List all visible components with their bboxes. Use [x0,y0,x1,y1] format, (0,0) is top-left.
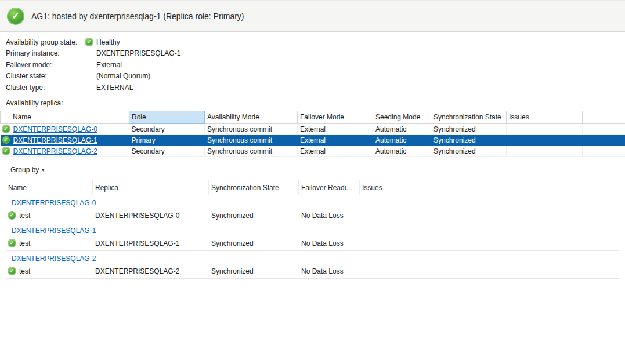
database-table-header-row: Name Replica Synchronization State Failo… [6,180,619,195]
summary-value: (Normal Quorum) [96,72,150,80]
window-bottom-edge [0,359,625,359]
column-header-availability-mode[interactable]: Availability Mode [205,111,298,123]
db-failover-readiness-cell: No Data Loss [299,210,360,221]
db-issues-cell [360,242,619,245]
replica-availability-mode-cell: Synchronous commit [205,135,298,146]
replica-availability-mode-cell: Synchronous commit [205,146,298,157]
replica-table: Name Role Availability Mode Failover Mod… [0,111,625,158]
summary-label: Failover mode: [6,61,85,69]
database-row[interactable]: test DXENTERPRISESQLAG-1 Synchronized No… [6,236,619,251]
database-name: test [19,267,30,275]
summary-row-primary-instance: Primary instance: DXENTERPRISESQLAG-1 [6,48,625,60]
column-header-issues[interactable]: Issues [507,111,583,123]
replica-sync-state-cell: Synchronized [431,135,507,146]
summary-row-cluster-state: Cluster state: (Normal Quorum) [6,71,625,82]
replica-failover-mode-cell: External [298,146,373,157]
database-health-icon [8,239,16,247]
replica-row-selected[interactable]: DXENTERPRISESQLAG-1 Primary Synchronous … [1,135,625,146]
replica-link[interactable]: DXENTERPRISESQLAG-2 [13,147,97,155]
replica-sync-state-cell: Synchronized [431,146,507,157]
database-row[interactable]: test DXENTERPRISESQLAG-0 Synchronized No… [6,208,619,223]
replica-issues-cell [507,146,583,157]
db-issues-cell [360,214,619,217]
summary-label: Cluster type: [6,83,85,92]
replica-failover-mode-cell: External [298,123,373,135]
db-replica-cell: DXENTERPRISESQLAG-2 [93,266,209,276]
summary-label: Availability group state: [6,38,85,46]
db-sync-state-cell: Synchronized [209,266,299,276]
replica-availability-mode-cell: Synchronous commit [205,123,298,135]
column-header-name[interactable]: Name [1,111,129,123]
column-header-filler [583,111,625,123]
column-header-seeding-mode[interactable]: Seeding Mode [373,111,431,123]
database-name: test [19,212,30,220]
replica-sync-state-cell: Synchronized [431,123,507,135]
replica-row[interactable]: DXENTERPRISESQLAG-2 Secondary Synchronou… [1,146,625,157]
summary-label: Cluster state: [6,72,85,80]
replica-issues-cell [507,135,583,146]
column-header-failover-mode[interactable]: Failover Mode [298,111,373,123]
db-replica-cell: DXENTERPRISESQLAG-1 [93,238,209,249]
database-group-header: DXENTERPRISESQLAG-1 [6,223,619,236]
column-header-synchronization-state[interactable]: Synchronization State [431,111,507,123]
replica-failover-mode-cell: External [298,135,373,146]
db-column-header-issues[interactable]: Issues [360,180,619,195]
summary-value: DXENTERPRISESQLAG-1 [96,49,180,57]
availability-group-dashboard: AG1: hosted by dxenterprisesqlag-1 (Repl… [0,0,625,279]
group-by-dropdown[interactable]: Group by ▾ [7,164,48,176]
replica-seeding-mode-cell: Automatic [373,146,431,157]
replica-health-icon [2,136,10,144]
replica-role-cell: Primary [129,135,205,146]
db-sync-state-cell: Synchronized [209,238,299,249]
database-row[interactable]: test DXENTERPRISESQLAG-2 Synchronized No… [6,264,619,279]
chevron-down-icon: ▾ [42,168,44,173]
replica-seeding-mode-cell: Automatic [373,123,431,135]
database-group-header: DXENTERPRISESQLAG-0 [6,195,619,208]
db-failover-readiness-cell: No Data Loss [299,266,360,276]
column-header-role[interactable]: Role [129,111,205,123]
replica-name-cell: DXENTERPRISESQLAG-1 [1,135,129,146]
replica-issues-cell [507,123,583,135]
dashboard-header: AG1: hosted by dxenterprisesqlag-1 (Repl… [0,0,625,32]
summary-label: Primary instance: [6,49,85,57]
db-column-header-failover-readiness[interactable]: Failover Readi... [299,180,360,195]
db-issues-cell [360,270,619,272]
replica-name-cell: DXENTERPRISESQLAG-0 [1,124,129,135]
replica-seeding-mode-cell: Automatic [373,135,431,146]
summary-row-group-state: Availability group state: Healthy [6,37,625,48]
replica-health-icon [2,147,10,155]
replica-role-cell: Secondary [129,123,205,135]
replica-health-icon [2,125,10,133]
summary-value: Healthy [96,38,120,46]
database-health-icon [8,267,16,275]
summary-row-failover-mode: Failover mode: External [6,59,625,71]
database-group-header: DXENTERPRISESQLAG-2 [6,251,619,264]
healthy-status-icon [8,8,24,24]
db-replica-cell: DXENTERPRISESQLAG-0 [93,210,209,221]
replica-filler-cell [583,123,625,135]
replica-table-header-row: Name Role Availability Mode Failover Mod… [1,111,625,123]
replica-filler-cell [583,135,625,146]
db-column-header-name[interactable]: Name [6,180,93,195]
replica-row[interactable]: DXENTERPRISESQLAG-0 Secondary Synchronou… [1,123,625,135]
database-name: test [19,239,30,247]
group-by-label: Group by [10,166,39,174]
replica-name-cell: DXENTERPRISESQLAG-2 [1,146,129,157]
summary-value: External [96,61,122,69]
replica-link[interactable]: DXENTERPRISESQLAG-1 [13,136,97,144]
database-table: Name Replica Synchronization State Failo… [6,180,619,279]
replica-role-cell: Secondary [129,146,205,157]
availability-replica-label: Availability replica: [0,93,625,111]
db-failover-readiness-cell: No Data Loss [299,238,360,249]
db-column-header-synchronization-state[interactable]: Synchronization State [209,180,299,195]
healthy-check-icon [85,38,93,46]
database-health-icon [8,212,16,219]
db-sync-state-cell: Synchronized [209,210,299,221]
replica-filler-cell [583,146,625,157]
replica-link[interactable]: DXENTERPRISESQLAG-0 [13,125,97,133]
summary-value: EXTERNAL [96,83,133,92]
summary-panel: Availability group state: Healthy Primar… [0,32,625,93]
dashboard-title: AG1: hosted by dxenterprisesqlag-1 (Repl… [31,12,244,21]
db-column-header-replica[interactable]: Replica [93,180,209,195]
summary-row-cluster-type: Cluster type: EXTERNAL [6,82,625,93]
